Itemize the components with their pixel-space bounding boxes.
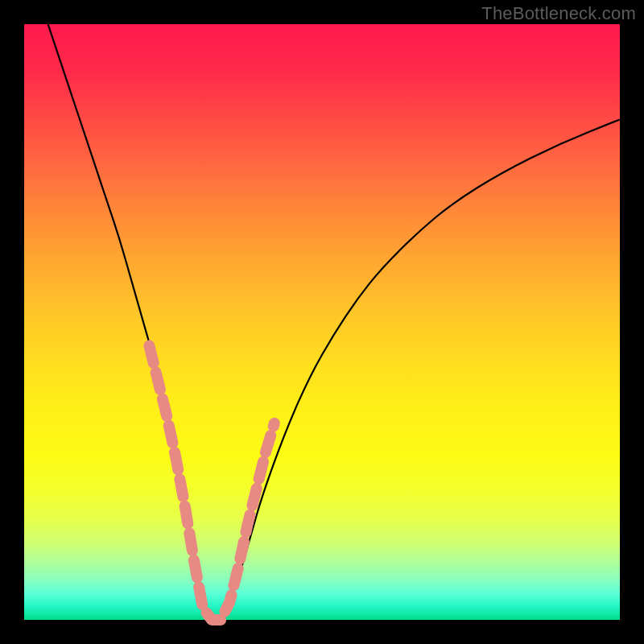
highlight-dots [149, 346, 274, 620]
plot-area [24, 24, 620, 620]
chart-overlay [24, 24, 620, 620]
watermark-text: TheBottleneck.com [481, 3, 636, 24]
chart-frame: TheBottleneck.com [0, 0, 644, 644]
bottleneck-curve [48, 24, 620, 620]
